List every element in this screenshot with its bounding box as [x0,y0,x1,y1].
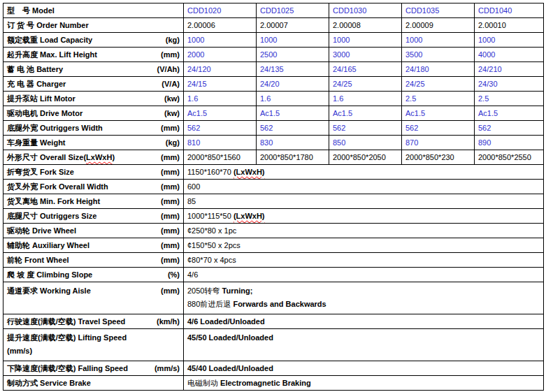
model-value: 810 [187,138,200,147]
model-value: 870 [405,138,418,147]
row-label-segment: 辅助轮 Auxiliary Wheel [7,241,89,249]
model-value: 890 [478,138,491,147]
row-label-segment: 通道要求 Working Aisle [7,286,91,295]
model-value-cell: 1000 [184,33,257,48]
model-value-cell: 24/120 [184,62,257,77]
spec-row: 外形尺寸 Overall Size(LxWxH)(mm)2000*850*156… [3,150,544,165]
row-label-text: 驱动轮 Drive Wheel [7,226,76,236]
row-label-text: 制动方式 Service Brake [7,378,91,389]
model-value: 830 [260,138,273,147]
unit-label: (V/Ah) [155,64,180,75]
merged-value-cell: 45/40 Loaded/Unloaded [184,361,544,376]
model-value: Ac1.5 [187,109,207,117]
merged-value-segment: Electromagnetic Braking [220,379,311,387]
row-label-segment: 底腿外宽 Outriggers Width [7,124,103,132]
row-label-line: 驱动电机 Drive Motor(kw) [7,108,180,119]
model-value: 2.00006 [187,21,215,29]
model-value: 2.00010 [478,21,506,29]
model-value: 562 [260,124,273,132]
row-label-cell: 折弯货叉 Fork Size(mm) [3,165,184,180]
row-label-line: 充 电 器 Charger(V/A) [7,79,180,89]
spec-row: 驱动轮 Drive Wheel(mm)¢250*80 x 1pc [3,224,544,238]
unit-label: (kw) [161,94,180,104]
model-value-cell: 2500 [257,48,329,62]
row-label-cell: 通道要求 Working Aisle(mm) [3,282,184,314]
model-value-cell: 2.00006 [184,18,257,33]
merged-value-cell: ¢150*50 x 2pcs [184,238,544,253]
merged-value-line: ¢80*70 x 4pcs [187,255,540,266]
model-value: 2.5 [478,94,489,103]
model-value-cell: CDD1025 [257,3,329,18]
model-value-cell: CDD1035 [402,3,475,18]
model-value: 1000 [405,36,422,44]
row-label-cell: 行驶速度(满载/空载) Travel Speed(km/h) [3,314,184,329]
row-label-cell: 驱动电机 Drive Motor(kw) [3,106,184,121]
model-value: 24/15 [187,80,207,88]
model-value: 24/20 [260,80,280,88]
model-value-cell: Ac1.5 [329,106,402,121]
model-value-cell: 830 [257,136,329,150]
row-label-text: 充 电 器 Charger [7,79,66,89]
model-value: 2000*850*1560 [187,153,240,161]
merged-value-segment: 1150*160*70 [187,168,234,176]
row-label-text: 前轮 Front Wheel [7,255,69,266]
spec-row: 折弯货叉 Fork Size(mm)1150*160*70 (LxWxH) [3,165,544,180]
merged-value-cell: 45/50 Loaded/Unloaded [184,329,544,361]
model-value-cell: 2.00007 [257,18,329,33]
row-label-text: 外形尺寸 Overall Size(LxWxH) [7,152,115,163]
merged-value-segment: 电磁制动 [187,379,220,387]
model-value: 4000 [478,50,495,59]
row-label-line: 货叉离地 Min. Fork Height(mm) [7,196,180,207]
model-value: 1.6 [260,94,271,103]
merged-value-line: 4/6 [187,270,540,280]
model-value-cell: 24/135 [257,62,329,77]
spellcheck-squiggle-text: LxWxH [86,153,112,161]
spec-row: 通道要求 Working Aisle(mm)2050转弯 Turning;880… [3,282,544,314]
model-value-cell: 24/25 [402,77,475,92]
row-label-cell: 蓄 电 池 Battery(V/Ah) [3,62,184,77]
spec-row: 提升泵站 Lift Motor(kw)1.61.61.62.52.5 [3,92,544,106]
row-label-line: 提升速度(满载/空载) Lifting Speed [7,331,180,344]
model-value-cell: 2.00010 [475,18,544,33]
row-label-segment: 底腿尺寸 Outriggers Size [7,212,96,220]
model-value-cell: 562 [257,121,329,136]
model-value: 2.00007 [260,21,288,29]
row-label-text: 下降速度(满载/空载) Falling Speed [7,363,128,374]
row-label-text: 额定载重 Load Capacity [7,35,92,45]
merged-value-cell: 4/6 Loaded/Unloaded [184,314,544,329]
row-label-line: 通道要求 Working Aisle(mm) [7,284,180,298]
model-value: 3000 [333,50,350,59]
row-label-text: 蓄 电 池 Battery [7,64,63,75]
model-value: CDD1025 [260,6,294,15]
merged-value-segment: ¢150*50 x 2pcs [187,241,240,249]
model-value-cell: 1.6 [329,92,402,106]
model-value-cell: Ac1.5 [184,106,257,121]
row-label-line: 行驶速度(满载/空载) Travel Speed(km/h) [7,317,180,327]
model-value: CDD1020 [187,6,221,15]
unit-label: (mm/s) [152,363,180,374]
model-value-cell: Ac1.5 [257,106,329,121]
row-label-text: 辅助轮 Auxiliary Wheel [7,240,89,251]
spec-row: 车身重量 Weight(kg)810830850870890 [3,136,544,150]
row-label-line: 底腿尺寸 Outriggers Size(mm) [7,211,180,222]
spec-row: 底腿尺寸 Outriggers Size(mm)1000*115*50 (LxW… [3,209,544,224]
model-value: 562 [405,124,418,132]
row-label-cell: 前轮 Front Wheel(mm) [3,253,184,268]
unit-label: (mm) [158,196,180,207]
row-label-cell: 下降速度(满载/空载) Falling Speed(mm/s) [3,361,184,376]
model-value: CDD1035 [405,6,439,15]
model-value: 2000*850*2550 [478,153,531,161]
unit-label: (mm) [158,255,180,266]
spec-row: 货叉外宽 Fork Overall Width(mm)600 [3,180,544,194]
model-value: 3500 [405,50,422,59]
row-label-segment: 型 号 Model [7,6,55,15]
model-value-cell: Ac1.5 [475,106,544,121]
merged-value-segment: 880前进后退 [187,300,233,308]
unit-label: (mm) [158,50,180,60]
model-value-cell: CDD1040 [475,3,544,18]
row-label-line: 货叉外宽 Fork Overall Width(mm) [7,182,180,192]
model-value: 2000*850*2050 [333,153,386,161]
spec-table-body: 型 号 ModelCDD1020CDD1025CDD1030CDD1035CDD… [3,3,544,391]
row-label-cell: 爬 坡 度 Climbing Slope(%) [3,268,184,282]
merged-value-line: 2050转弯 Turning; [187,284,540,298]
